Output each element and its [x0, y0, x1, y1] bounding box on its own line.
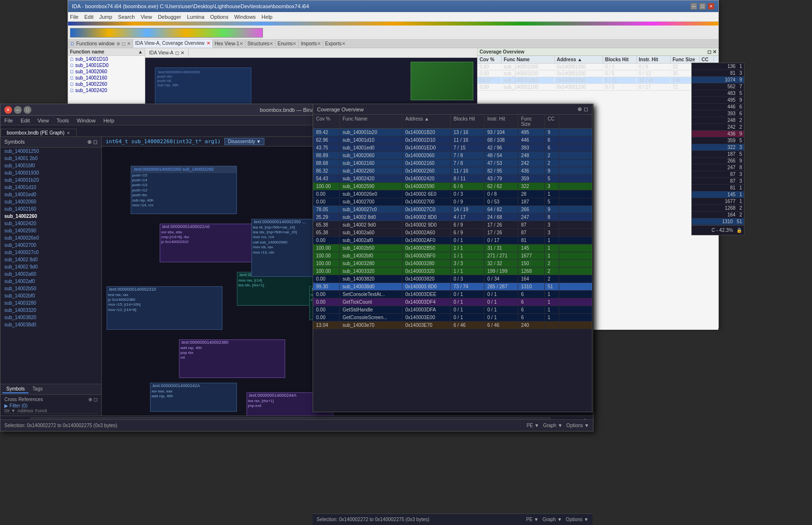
ida-cov-icons[interactable]: ◻ ✕ [707, 49, 716, 54]
cov-row-21[interactable]: 0.00SetConsoleTextAt...0x140003DEE0 / 10… [313, 291, 592, 298]
sym-sub_14002af0[interactable]: sub_14002af0 [0, 278, 101, 285]
sym-sub_1400026e0[interactable]: sub_1400026e0 [0, 234, 101, 242]
ida-menu-lumina[interactable]: Lumina [187, 14, 204, 20]
ida-view-a-tab[interactable]: IDA View-A [149, 50, 173, 55]
enums-tab-close[interactable]: ✕ [292, 41, 296, 46]
ida-menu-debugger[interactable]: Debugger [158, 14, 181, 20]
func-item-0[interactable]: 🗋 sub_14001D10 [68, 56, 145, 62]
sym-sub_1400027c0[interactable]: sub_1400027c0 [0, 249, 101, 256]
ida-cov-h-cov[interactable]: Cov % [478, 56, 502, 63]
sym-sub_14002 8d0[interactable]: sub_14002 8d0 [0, 256, 101, 263]
func-item-5[interactable]: 🗋 sub_14002420 [68, 87, 145, 94]
sym-sub_14003320[interactable]: sub_14003320 [0, 307, 101, 314]
imports-tab-close[interactable]: ✕ [317, 41, 321, 46]
status-options[interactable]: Options ▼ [566, 423, 589, 428]
cov-row-4[interactable]: 88.68sub_140021600x1400021607 / 847 / 53… [313, 160, 592, 167]
func-item-3[interactable]: 🗋 sub_14002160 [68, 75, 145, 81]
cov-row-18[interactable]: 100.00sub_140033200x1400033201 / 1199 / … [313, 268, 592, 275]
ida-cov-h-name[interactable]: Func Name [502, 56, 555, 63]
symbols-list[interactable]: sub_140001250 sub_14001 2b0 sub_140016f0… [0, 148, 101, 384]
sym-sub_14001d10[interactable]: sub_14001d10 [0, 184, 101, 191]
cov-binja-h-cov[interactable]: Cov % [313, 115, 340, 128]
status-options-btn[interactable]: Options ▼ [566, 517, 589, 522]
structures-tab[interactable]: Structures [248, 41, 270, 46]
cov-row-1[interactable]: 62.96sub_14001d100x140001D1011 / 1668 / … [313, 136, 592, 144]
sym-sub_14002590[interactable]: sub_14002590 [0, 227, 101, 234]
cov-binja-h-addr[interactable]: Address ▲ [402, 115, 451, 128]
ida-cov-row-0[interactable]: 0.00 sub_140001000 0x140001000 0 / 1 0 /… [478, 64, 718, 70]
binja-menu-file[interactable]: File [4, 118, 13, 123]
cov-row-6[interactable]: 54.43sub_140024200x1400024208 / 1143 / 7… [313, 175, 592, 183]
binja-max-btn[interactable]: □ [24, 106, 31, 114]
sym-sub_14003820[interactable]: sub_14003820 [0, 314, 101, 321]
func-item-1[interactable]: 🗋 sub_14001ED0 [68, 62, 145, 68]
ida-menu-search[interactable]: Search [118, 14, 135, 20]
sym-sub_14001ed0[interactable]: sub_14001ed0 [0, 191, 101, 198]
ida-cov-h-size[interactable]: Func Size [671, 56, 700, 63]
cov-row-5[interactable]: 86.32sub_140022600x14000226011 / 1682 / … [313, 167, 592, 175]
ida-menu-file[interactable]: File [70, 14, 79, 20]
sym-sub_140001b20[interactable]: sub_140001b20 [0, 176, 101, 184]
binja-menu-tools[interactable]: Tools [56, 118, 69, 123]
lock-icon[interactable]: 🔒 [736, 228, 742, 233]
ida-menu-help[interactable]: Help [261, 14, 273, 20]
xref-icons[interactable]: ⊕ ◻ [88, 397, 97, 402]
cov-row-2[interactable]: 43.75sub_14001ed00x140001ED07 / 1542 / 9… [313, 144, 592, 152]
sym-sub_14002420[interactable]: sub_14002420 [0, 220, 101, 227]
ida-cov-row-1[interactable]: 0.00 sub_140001030 0x140001030 0 / 5 0 /… [478, 70, 718, 77]
binja-menu-help[interactable]: Help [103, 118, 114, 123]
disasm-button[interactable]: Disassembly ▼ [224, 138, 264, 145]
cov-tab-close[interactable]: ✕ [206, 40, 210, 46]
ida-cov-row-3[interactable]: 0.00 sub_140001100 0x140001100 0 / 5 0 /… [478, 84, 718, 91]
cov-row-0[interactable]: 89.42sub_140001b200x140001B2013 / 1693 /… [313, 129, 592, 136]
sym-sub_140038d0[interactable]: sub_140038d0 [0, 321, 101, 328]
status-pe-btn[interactable]: PE ▼ [526, 517, 538, 522]
sym-sub_14003280[interactable]: sub_14003280 [0, 299, 101, 307]
hex-tab-close[interactable]: ✕ [239, 41, 243, 46]
ida-menu-jump[interactable]: Jump [99, 14, 112, 20]
cov-row-9[interactable]: 0.00sub_140027000x1400027000 / 90 / 5318… [313, 198, 592, 206]
sym-sub_14002bf0[interactable]: sub_14002bf0 [0, 292, 101, 299]
sym-sub_14002060[interactable]: sub_14002060 [0, 198, 101, 205]
cov-row-7[interactable]: 100.00sub_140025900x1400025906 / 662 / 6… [313, 183, 592, 190]
ida-cov-row-2[interactable]: 69.57 sub_140001060 0x140001060 5 / 10 3… [478, 77, 718, 84]
functions-tab[interactable]: Functions window [76, 41, 114, 46]
binja-menu-view[interactable]: View [38, 118, 49, 123]
binja-menu-window[interactable]: Window [77, 118, 96, 123]
ida-menu-options[interactable]: Options [210, 14, 229, 20]
cov-binja-h-cc[interactable]: CC [545, 115, 559, 128]
status-pe[interactable]: PE ▼ [526, 423, 539, 428]
ida-maximize-btn[interactable]: □ [699, 3, 706, 10]
cov-row-11[interactable]: 35.29sub_14002 8d00x140002 8D04 / 1724 /… [313, 214, 592, 221]
cov-row-3[interactable]: 88.89sub_140020600x1400020607 / 848 / 54… [313, 152, 592, 160]
ida-menu-view[interactable]: View [140, 14, 152, 20]
sym-tab-symbols[interactable]: Symbols [2, 385, 28, 393]
ida-minimize-btn[interactable]: ─ [690, 3, 697, 10]
symbols-icons[interactable]: ⊕ ◻ [87, 139, 97, 145]
sym-sub_14002160[interactable]: sub_14002160 [0, 205, 101, 213]
binja-close-btn[interactable]: ✕ [4, 106, 12, 114]
sym-sub_140001930[interactable]: sub_140001930 [0, 169, 101, 176]
sym-sub_14002700[interactable]: sub_14002700 [0, 242, 101, 249]
exports-tab[interactable]: Exports [325, 41, 342, 46]
ida-close-btn[interactable]: ✕ [708, 3, 715, 10]
cov-row-24[interactable]: 0.00GetConsoleScreen...0x140003E000 / 10… [313, 314, 592, 322]
cov-binja-h-name[interactable]: Func Name [340, 115, 402, 128]
sym-sub_14002b50[interactable]: sub_14002b50 [0, 285, 101, 292]
ida-view-a-icons[interactable]: ◻ ✕ [175, 50, 184, 55]
cov-row-17[interactable]: 100.00sub_140032800x1400032803 / 332 / 3… [313, 260, 592, 268]
status-graph[interactable]: Graph ▼ [543, 423, 562, 428]
sym-sub_14002 9d0[interactable]: sub_14002 9d0 [0, 263, 101, 270]
sym-sub_14002260[interactable]: sub_14002260 [0, 213, 101, 220]
functions-header-icons[interactable]: ▲ [138, 49, 143, 54]
exports-tab-close[interactable]: ✕ [342, 41, 345, 46]
func-item-2[interactable]: 🗋 sub_14002060 [68, 68, 145, 75]
cov-binja-icon-2[interactable]: ◻ [584, 106, 588, 112]
binja-tab-main[interactable]: boombox.bndb (PE Graph) ✕ [0, 129, 77, 136]
cov-binja-rows[interactable]: 89.42sub_140001b200x140001B2013 / 1693 /… [313, 129, 592, 329]
xref-filter[interactable]: ▶ Filter (0) [4, 403, 97, 408]
cov-row-15[interactable]: 100.00sub_14002b500x140002B501 / 131 / 3… [313, 244, 592, 252]
cov-row-16[interactable]: 100.00sub_14002bf00x140002BF01 / 1271 / … [313, 252, 592, 260]
ida-cov-h-addr[interactable]: Address ▲ [555, 56, 603, 63]
sym-sub_140016f0[interactable]: sub_140016f0 [0, 162, 101, 169]
